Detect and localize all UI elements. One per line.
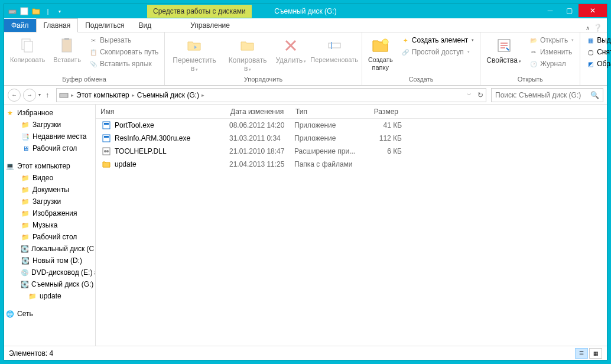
back-button[interactable]: ← (8, 89, 21, 102)
drive-icon: 💽 (21, 256, 30, 265)
new-item-button[interactable]: ✦Создать элемент▾ (399, 35, 477, 46)
file-row[interactable]: PortTool.exe08.06.2012 14:20Приложение41… (96, 119, 607, 132)
easy-access-button[interactable]: 🔗Простой доступ▾ (399, 47, 477, 57)
tab-view[interactable]: Вид (131, 19, 158, 32)
select-group-label: Выделить (584, 74, 611, 83)
paste-icon (58, 36, 77, 55)
folder-icon: 📁 (21, 197, 30, 206)
move-to-label: Переместить в▾ (171, 56, 218, 73)
select-all-button[interactable]: ▦Выделить все (584, 35, 611, 46)
tab-file[interactable]: Файл (4, 19, 36, 32)
breadcrumb-this-pc[interactable]: Этот компьютер (76, 91, 129, 99)
chevron-icon[interactable]: ▸ (132, 92, 135, 98)
navpane-volume-d[interactable]: 💽Новый том (D:) (4, 255, 95, 266)
chevron-icon[interactable]: ▸ (202, 92, 204, 98)
select-none-button[interactable]: ▢Снять выделение (584, 47, 611, 57)
delete-button[interactable]: Удалить▾ (275, 35, 307, 66)
new-item-icon: ✦ (401, 36, 410, 44)
new-folder-button[interactable]: Создать папку (366, 35, 395, 73)
svg-rect-7 (329, 43, 340, 48)
navpane-dvd-e[interactable]: 💿DVD-дисковод (E:) a (4, 266, 95, 278)
delete-label: Удалить▾ (275, 56, 306, 64)
file-row[interactable]: ResInfo.ARM.300ru.exe31.03.2011 0:34Прил… (96, 132, 607, 145)
column-name[interactable]: Имя (96, 108, 226, 116)
file-icon (102, 160, 111, 168)
invert-selection-button[interactable]: ◩Обратить выделение (584, 58, 611, 69)
column-date[interactable]: Дата изменения (226, 108, 291, 116)
desktop-icon: 🖥 (21, 144, 30, 153)
navpane-documents[interactable]: 📁Документы (4, 184, 95, 196)
tab-share[interactable]: Поделиться (78, 19, 131, 32)
paste-button[interactable]: Вставить (51, 35, 83, 65)
file-list: PortTool.exe08.06.2012 14:20Приложение41… (96, 119, 607, 171)
organize-group-label: Упорядочить (168, 74, 358, 83)
recent-dropdown-icon[interactable]: ▾ (38, 92, 41, 98)
edit-button[interactable]: ✏Изменить (527, 47, 576, 57)
folder-icon: 📁 (21, 209, 30, 218)
file-type: Расширение при... (294, 147, 359, 155)
navpane-pictures[interactable]: 📁Изображения (4, 207, 95, 219)
copy-button[interactable]: Копировать (8, 35, 47, 65)
svg-rect-2 (21, 8, 28, 15)
qat-dropdown-icon[interactable]: ▾ (55, 6, 64, 16)
chevron-icon[interactable]: ▸ (71, 92, 74, 98)
navpane-this-pc[interactable]: 💻Этот компьютер (4, 160, 95, 172)
search-input[interactable] (495, 91, 590, 99)
column-size[interactable]: Размер (356, 108, 403, 116)
svg-rect-14 (103, 135, 110, 142)
rename-button[interactable]: Переименовать (311, 35, 358, 65)
move-to-button[interactable]: Переместить в▾ (168, 35, 220, 74)
navpane-desktop[interactable]: 🖥Рабочий стол (4, 142, 95, 154)
navpane-desktop2[interactable]: 📁Рабочий стол (4, 231, 95, 243)
help-icon[interactable]: ❔ (593, 24, 602, 32)
view-icons-button[interactable]: ▦ (589, 348, 602, 359)
close-button[interactable]: ✕ (578, 4, 607, 17)
cut-button[interactable]: ✂Вырезать (87, 35, 161, 46)
qat-separator: | (43, 6, 53, 16)
up-button[interactable]: ↑ (43, 91, 51, 99)
navpane-videos[interactable]: 📁Видео (4, 172, 95, 184)
paste-shortcut-button[interactable]: 📎Вставить ярлык (87, 58, 161, 69)
body-area: ★Избранное 📁Загрузки 📑Недавние места 🖥Ра… (4, 105, 607, 346)
maximize-button[interactable]: ▢ (560, 4, 578, 17)
copy-to-button[interactable]: Копировать в▾ (224, 35, 271, 74)
navpane-downloads2[interactable]: 📁Загрузки (4, 196, 95, 207)
new-folder-icon (371, 36, 390, 55)
navpane-update[interactable]: 📁update (4, 290, 95, 302)
breadcrumb-drive[interactable]: Съемный диск (G:) (137, 91, 199, 99)
new-group-label: Создать (366, 74, 477, 83)
search-icon[interactable]: 🔍 (590, 91, 599, 99)
forward-button[interactable]: → (23, 89, 36, 102)
breadcrumb-dropdown-icon[interactable]: ﹀ (467, 92, 472, 98)
window-controls: ─ ▢ ✕ (541, 4, 607, 17)
file-row[interactable]: TOOLHELP.DLL21.01.2010 18:47Расширение п… (96, 145, 607, 158)
navpane-downloads[interactable]: 📁Загрузки (4, 119, 95, 131)
minimize-button[interactable]: ─ (541, 4, 560, 17)
navpane-removable-g[interactable]: 💽Съемный диск (G:) (4, 278, 95, 290)
pc-icon: 💻 (5, 161, 15, 171)
collapse-ribbon-icon[interactable]: ∧ (586, 25, 590, 31)
properties-button[interactable]: Свойства▾ (484, 35, 524, 66)
breadcrumb[interactable]: ▸ Этот компьютер ▸ Съемный диск (G:) ▸ ﹀… (56, 88, 486, 102)
open-button[interactable]: 📂Открыть▾ (527, 35, 576, 46)
folder-icon: 📁 (21, 232, 30, 242)
cut-icon: ✂ (89, 36, 98, 44)
folder-icon: 📁 (21, 120, 30, 129)
navpane-local-c[interactable]: 💽Локальный диск (C (4, 243, 95, 255)
tab-home[interactable]: Главная (36, 18, 79, 32)
file-row[interactable]: update21.04.2013 11:25Папка с файлами (96, 158, 607, 171)
navpane-favorites[interactable]: ★Избранное (4, 107, 95, 119)
navpane-network[interactable]: 🌐Сеть (4, 308, 95, 320)
view-details-button[interactable]: ☰ (575, 348, 588, 359)
copy-path-button[interactable]: 📋Скопировать путь (87, 47, 161, 57)
navpane-recent[interactable]: 📑Недавние места (4, 131, 95, 142)
network-icon: 🌐 (5, 309, 15, 318)
column-type[interactable]: Тип (291, 108, 356, 116)
tab-manage[interactable]: Управление (183, 19, 237, 32)
search-box[interactable]: 🔍 (491, 88, 603, 102)
nav-bar: ← → ▾ ↑ ▸ Этот компьютер ▸ Съемный диск … (4, 86, 607, 105)
refresh-button[interactable]: ↻ (474, 91, 483, 99)
drive-icon: 💽 (21, 244, 29, 254)
history-button[interactable]: 🕑Журнал (527, 58, 576, 69)
navpane-music[interactable]: 📁Музыка (4, 219, 95, 231)
